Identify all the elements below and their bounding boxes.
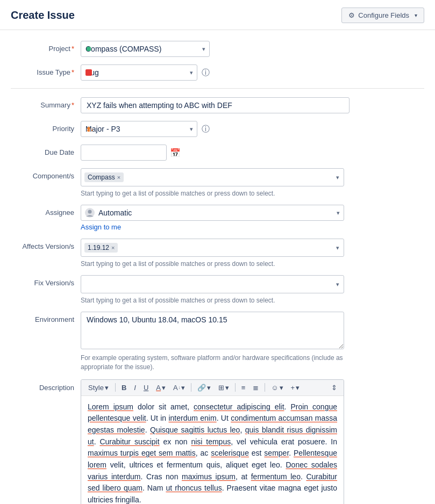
environment-label: Environment bbox=[11, 312, 81, 323]
configure-fields-button[interactable]: ⚙ Configure Fields ▾ bbox=[341, 8, 424, 23]
description-field: Style ▾ B I U A ▾ A bbox=[81, 379, 424, 504]
toolbar-separator-2 bbox=[191, 383, 191, 392]
fix-versions-field: ▾ Start typing to get a list of possible… bbox=[81, 275, 424, 304]
form-section: Project* Compass (COMPASS) ▾ bbox=[11, 41, 424, 504]
more-chevron: ▾ bbox=[296, 384, 299, 392]
compass-tag: Compass × bbox=[84, 172, 124, 182]
calendar-icon[interactable]: 📅 bbox=[170, 148, 181, 158]
priority-select-wrapper: ▲▲ Major - P3 ▾ bbox=[81, 121, 197, 137]
issue-type-help-icon[interactable]: ⓘ bbox=[202, 68, 210, 78]
components-arrow: ▾ bbox=[336, 174, 339, 181]
numbered-list-icon: ≣ bbox=[253, 384, 259, 392]
table-button[interactable]: ⊞ ▾ bbox=[215, 382, 232, 393]
underline-button[interactable]: U bbox=[140, 382, 152, 393]
toolbar-separator-1 bbox=[115, 383, 116, 392]
issue-type-label: Issue Type* bbox=[11, 64, 81, 76]
description-row: Description Style ▾ B I U bbox=[11, 379, 424, 504]
version-tag-remove[interactable]: × bbox=[111, 244, 115, 251]
due-date-label: Due Date bbox=[11, 145, 81, 156]
fix-versions-select[interactable]: ▾ bbox=[81, 275, 344, 293]
description-label: Description bbox=[11, 379, 81, 392]
link-button[interactable]: 🔗 ▾ bbox=[194, 382, 214, 393]
priority-row: Priority ▲▲ bbox=[11, 121, 424, 137]
table-chevron: ▾ bbox=[225, 384, 229, 392]
emoji-icon: ☺ bbox=[271, 384, 278, 392]
text-color-chevron: ▾ bbox=[162, 384, 166, 392]
assignee-label: Assignee bbox=[11, 205, 81, 217]
priority-help-icon[interactable]: ⓘ bbox=[202, 124, 210, 134]
project-label: Project* bbox=[11, 41, 81, 53]
fix-versions-row: Fix Version/s ▾ Start typing to get a li… bbox=[11, 275, 424, 304]
bullet-list-button[interactable]: ≡ bbox=[238, 382, 249, 393]
assign-to-me-link[interactable]: Assign to me bbox=[81, 223, 424, 231]
toolbar-separator-4 bbox=[265, 383, 265, 392]
components-select[interactable]: Compass × ▾ bbox=[81, 168, 344, 186]
issue-type-select-wrapper: Bug ▾ bbox=[81, 64, 197, 81]
affects-versions-select[interactable]: 1.19.12 × ▾ bbox=[81, 239, 344, 257]
components-label: Component/s bbox=[11, 168, 81, 180]
dialog-title: Create Issue bbox=[11, 9, 75, 21]
more-icon: + bbox=[291, 384, 295, 392]
table-icon: ⊞ bbox=[218, 384, 224, 392]
summary-input[interactable] bbox=[81, 97, 350, 113]
chevron-down-icon: ▾ bbox=[415, 12, 417, 18]
components-row: Component/s Compass × ▾ Start typing to … bbox=[11, 168, 424, 197]
numbered-list-button[interactable]: ≣ bbox=[249, 382, 262, 393]
priority-label: Priority bbox=[11, 121, 81, 133]
due-date-row: Due Date 📅 bbox=[11, 145, 424, 161]
configure-fields-label: Configure Fields bbox=[358, 11, 409, 19]
description-content[interactable]: Lorem ipsum dolor sit amet, consectetur … bbox=[81, 396, 344, 504]
summary-row: Summary* bbox=[11, 97, 424, 113]
environment-textarea[interactable]: Windows 10, Ubuntu 18.04, macOS 10.15 bbox=[81, 312, 344, 349]
description-editor: Style ▾ B I U A ▾ A bbox=[81, 379, 344, 504]
style-chevron-icon: ▾ bbox=[105, 384, 109, 392]
compass-tag-remove[interactable]: × bbox=[117, 174, 120, 181]
dialog-header: Create Issue ⚙ Configure Fields ▾ bbox=[0, 0, 435, 30]
environment-hint: For example operating system, software p… bbox=[81, 354, 344, 372]
more-button[interactable]: + ▾ bbox=[288, 382, 303, 393]
fix-versions-label: Fix Version/s bbox=[11, 275, 81, 287]
due-date-input[interactable] bbox=[81, 145, 167, 161]
italic-button[interactable]: I bbox=[131, 382, 139, 393]
assignee-row: Assignee bbox=[11, 205, 424, 231]
environment-field: Windows 10, Ubuntu 18.04, macOS 10.15 Fo… bbox=[81, 312, 424, 372]
text-color-icon: A bbox=[156, 384, 161, 392]
project-select-wrapper: Compass (COMPASS) ▾ bbox=[81, 41, 210, 57]
due-date-field: 📅 bbox=[81, 145, 424, 161]
expand-icon: ⇕ bbox=[331, 384, 337, 392]
affects-versions-label: Affects Version/s bbox=[11, 239, 81, 250]
text-format-button[interactable]: Aᵢ ▾ bbox=[170, 382, 188, 393]
style-dropdown-button[interactable]: Style ▾ bbox=[84, 382, 112, 393]
components-field: Compass × ▾ Start typing to get a list o… bbox=[81, 168, 424, 197]
text-color-button[interactable]: A ▾ bbox=[153, 382, 169, 393]
assignee-select[interactable]: Automatic bbox=[81, 205, 344, 221]
fix-versions-arrow: ▾ bbox=[336, 281, 339, 288]
create-issue-dialog: Create Issue ⚙ Configure Fields ▾ Projec… bbox=[0, 0, 435, 504]
affects-versions-arrow: ▾ bbox=[336, 244, 339, 251]
issue-type-field: Bug ▾ ⓘ bbox=[81, 64, 424, 81]
section-divider bbox=[11, 88, 424, 89]
environment-row: Environment Windows 10, Ubuntu 18.04, ma… bbox=[11, 312, 424, 372]
expand-editor-button[interactable]: ⇕ bbox=[328, 382, 340, 393]
project-select[interactable]: Compass (COMPASS) bbox=[81, 41, 210, 57]
link-icon: 🔗 bbox=[197, 384, 206, 392]
priority-field: ▲▲ Major - P3 ▾ ⓘ bbox=[81, 121, 424, 137]
bullet-list-icon: ≡ bbox=[241, 384, 246, 392]
components-hint: Start typing to get a list of possible m… bbox=[81, 190, 424, 197]
affects-versions-hint: Start typing to get a list of possible m… bbox=[81, 260, 424, 268]
issue-type-select[interactable]: Bug bbox=[81, 64, 197, 81]
affects-versions-field: 1.19.12 × ▾ Start typing to get a list o… bbox=[81, 239, 424, 268]
link-chevron: ▾ bbox=[207, 384, 211, 392]
emoji-button[interactable]: ☺ ▾ bbox=[268, 382, 286, 393]
version-tag: 1.19.12 × bbox=[84, 243, 118, 253]
text-format-chevron: ▾ bbox=[181, 384, 185, 392]
gear-icon: ⚙ bbox=[348, 11, 355, 19]
assignee-field: Automatic ▾ Assign to me bbox=[81, 205, 424, 231]
project-field: Compass (COMPASS) ▾ bbox=[81, 41, 424, 57]
project-row: Project* Compass (COMPASS) ▾ bbox=[11, 41, 424, 57]
summary-label: Summary* bbox=[11, 97, 81, 109]
bold-button[interactable]: B bbox=[118, 382, 130, 393]
dialog-body: Project* Compass (COMPASS) ▾ bbox=[0, 30, 435, 504]
priority-select[interactable]: Major - P3 bbox=[81, 121, 197, 137]
emoji-chevron: ▾ bbox=[280, 384, 283, 392]
